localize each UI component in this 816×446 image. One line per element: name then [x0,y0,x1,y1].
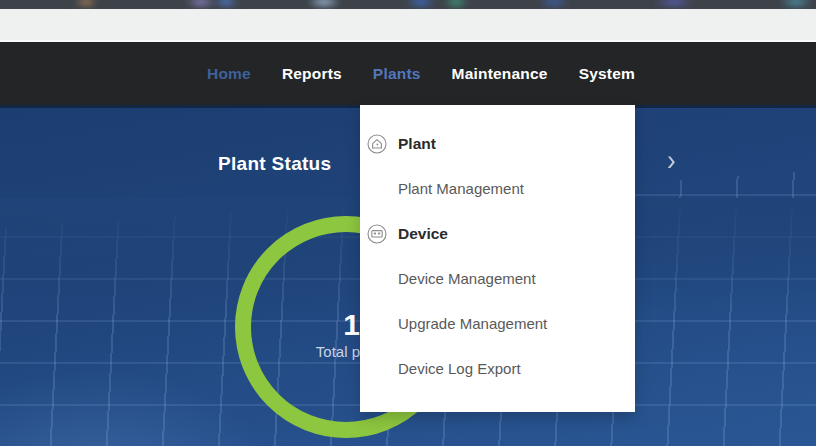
plant-status-title: Plant Status [218,153,331,175]
nav-item-home[interactable]: Home [207,65,251,83]
browser-tab-blur [0,0,816,9]
nav-item-maintenance[interactable]: Maintenance [452,65,548,83]
total-plants-value: 1 [316,309,360,341]
browser-toolbar-area [0,9,816,42]
menu-header-device[interactable]: Device [360,211,635,256]
total-plants-label: Total p [316,343,360,360]
plants-dropdown-menu: Plant Plant Management Device Device Man… [360,105,635,412]
menu-header-label: Plant [398,135,436,153]
menu-item-label: Upgrade Management [360,315,547,332]
nav-item-reports[interactable]: Reports [282,65,342,83]
main-nav: Home Reports Plants Maintenance System [0,42,816,105]
menu-item-label: Device Management [360,270,536,287]
menu-item-plant-management[interactable]: Plant Management [360,166,635,211]
device-icon [367,224,387,244]
menu-header-plant[interactable]: Plant [360,121,635,166]
nav-item-plants[interactable]: Plants [373,65,421,83]
menu-item-upgrade-management[interactable]: Upgrade Management [360,301,635,346]
menu-item-label: Plant Management [360,180,524,197]
browser-top-strip [0,0,816,9]
menu-item-label: Device Log Export [360,360,521,377]
menu-item-device-log-export[interactable]: Device Log Export [360,346,635,391]
app-screen: Home Reports Plants Maintenance System P… [0,0,816,446]
menu-header-label: Device [398,225,448,243]
menu-item-device-management[interactable]: Device Management [360,256,635,301]
plant-status-stat: 1 Total p [316,309,360,360]
chevron-right-icon[interactable]: › [667,145,676,175]
nav-item-system[interactable]: System [579,65,635,83]
plant-icon [367,134,387,154]
